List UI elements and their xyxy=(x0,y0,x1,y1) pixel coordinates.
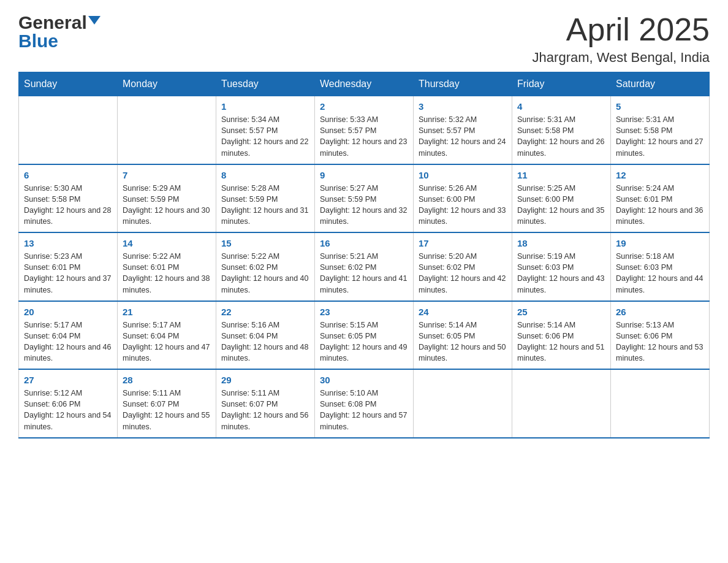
day-info: Sunrise: 5:26 AMSunset: 6:00 PMDaylight:… xyxy=(419,183,507,228)
day-number: 14 xyxy=(123,238,211,248)
day-number: 1 xyxy=(221,101,309,112)
title-area: April 2025 Jhargram, West Bengal, India xyxy=(533,12,710,66)
day-number: 24 xyxy=(419,307,507,317)
calendar-week-row: 1Sunrise: 5:34 AMSunset: 5:57 PMDaylight… xyxy=(19,96,710,164)
day-number: 20 xyxy=(24,307,112,317)
day-info: Sunrise: 5:29 AMSunset: 5:59 PMDaylight:… xyxy=(123,183,211,228)
day-number: 2 xyxy=(320,101,408,112)
calendar-week-row: 6Sunrise: 5:30 AMSunset: 5:58 PMDaylight… xyxy=(19,164,710,233)
calendar-cell: 16Sunrise: 5:21 AMSunset: 6:02 PMDayligh… xyxy=(315,232,414,301)
day-number: 9 xyxy=(320,170,408,180)
calendar-cell: 20Sunrise: 5:17 AMSunset: 6:04 PMDayligh… xyxy=(19,301,118,370)
calendar-cell: 19Sunrise: 5:18 AMSunset: 6:03 PMDayligh… xyxy=(611,232,710,301)
weekday-header-monday: Monday xyxy=(118,72,216,96)
day-info: Sunrise: 5:23 AMSunset: 6:01 PMDaylight:… xyxy=(24,251,112,296)
weekday-header-sunday: Sunday xyxy=(19,72,118,96)
calendar-cell: 8Sunrise: 5:28 AMSunset: 5:59 PMDaylight… xyxy=(216,164,315,233)
day-info: Sunrise: 5:31 AMSunset: 5:58 PMDaylight:… xyxy=(517,114,605,159)
calendar-cell: 9Sunrise: 5:27 AMSunset: 5:59 PMDaylight… xyxy=(315,164,414,233)
day-number: 19 xyxy=(616,238,704,248)
weekday-header-row: SundayMondayTuesdayWednesdayThursdayFrid… xyxy=(19,72,710,96)
day-number: 30 xyxy=(320,375,408,385)
logo-blue-text: Blue xyxy=(18,31,58,52)
day-number: 27 xyxy=(24,375,112,385)
day-info: Sunrise: 5:33 AMSunset: 5:57 PMDaylight:… xyxy=(320,114,408,159)
calendar-cell: 7Sunrise: 5:29 AMSunset: 5:59 PMDaylight… xyxy=(118,164,216,233)
calendar-cell: 25Sunrise: 5:14 AMSunset: 6:06 PMDayligh… xyxy=(512,301,611,370)
day-info: Sunrise: 5:12 AMSunset: 6:06 PMDaylight:… xyxy=(24,388,112,432)
day-number: 6 xyxy=(24,170,112,180)
day-number: 17 xyxy=(419,238,507,248)
day-info: Sunrise: 5:28 AMSunset: 5:59 PMDaylight:… xyxy=(221,183,309,228)
calendar-cell: 10Sunrise: 5:26 AMSunset: 6:00 PMDayligh… xyxy=(414,164,512,233)
day-number: 28 xyxy=(123,375,211,385)
day-number: 13 xyxy=(24,238,112,248)
day-info: Sunrise: 5:17 AMSunset: 6:04 PMDaylight:… xyxy=(24,320,112,364)
day-number: 23 xyxy=(320,307,408,317)
calendar-week-row: 20Sunrise: 5:17 AMSunset: 6:04 PMDayligh… xyxy=(19,301,710,370)
calendar-cell: 5Sunrise: 5:31 AMSunset: 5:58 PMDaylight… xyxy=(611,96,710,164)
day-info: Sunrise: 5:13 AMSunset: 6:06 PMDaylight:… xyxy=(616,320,704,364)
calendar-cell: 27Sunrise: 5:12 AMSunset: 6:06 PMDayligh… xyxy=(19,369,118,438)
day-number: 18 xyxy=(517,238,605,248)
calendar-cell: 23Sunrise: 5:15 AMSunset: 6:05 PMDayligh… xyxy=(315,301,414,370)
day-info: Sunrise: 5:34 AMSunset: 5:57 PMDaylight:… xyxy=(221,114,309,159)
page-header: General Blue April 2025 Jhargram, West B… xyxy=(18,12,710,66)
month-title: April 2025 xyxy=(533,12,710,47)
calendar-cell: 1Sunrise: 5:34 AMSunset: 5:57 PMDaylight… xyxy=(216,96,315,164)
day-number: 8 xyxy=(221,170,309,180)
day-info: Sunrise: 5:32 AMSunset: 5:57 PMDaylight:… xyxy=(419,114,507,159)
calendar-cell: 15Sunrise: 5:22 AMSunset: 6:02 PMDayligh… xyxy=(216,232,315,301)
weekday-header-wednesday: Wednesday xyxy=(315,72,414,96)
calendar-cell xyxy=(512,369,611,438)
day-info: Sunrise: 5:24 AMSunset: 6:01 PMDaylight:… xyxy=(616,183,704,228)
day-number: 26 xyxy=(616,307,704,317)
day-info: Sunrise: 5:25 AMSunset: 6:00 PMDaylight:… xyxy=(517,183,605,228)
day-info: Sunrise: 5:20 AMSunset: 6:02 PMDaylight:… xyxy=(419,251,507,296)
calendar-cell: 30Sunrise: 5:10 AMSunset: 6:08 PMDayligh… xyxy=(315,369,414,438)
day-number: 7 xyxy=(123,170,211,180)
day-info: Sunrise: 5:14 AMSunset: 6:06 PMDaylight:… xyxy=(517,320,605,364)
day-number: 11 xyxy=(517,170,605,180)
weekday-header-saturday: Saturday xyxy=(611,72,710,96)
calendar-cell: 18Sunrise: 5:19 AMSunset: 6:03 PMDayligh… xyxy=(512,232,611,301)
calendar-cell: 11Sunrise: 5:25 AMSunset: 6:00 PMDayligh… xyxy=(512,164,611,233)
day-number: 25 xyxy=(517,307,605,317)
day-number: 29 xyxy=(221,375,309,385)
weekday-header-thursday: Thursday xyxy=(414,72,512,96)
calendar-cell xyxy=(414,369,512,438)
day-info: Sunrise: 5:10 AMSunset: 6:08 PMDaylight:… xyxy=(320,388,408,432)
weekday-header-friday: Friday xyxy=(512,72,611,96)
day-info: Sunrise: 5:30 AMSunset: 5:58 PMDaylight:… xyxy=(24,183,112,228)
day-info: Sunrise: 5:22 AMSunset: 6:02 PMDaylight:… xyxy=(221,251,309,296)
calendar-cell xyxy=(118,96,216,164)
day-info: Sunrise: 5:18 AMSunset: 6:03 PMDaylight:… xyxy=(616,251,704,296)
day-info: Sunrise: 5:16 AMSunset: 6:04 PMDaylight:… xyxy=(221,320,309,364)
calendar-cell xyxy=(611,369,710,438)
logo-triangle-icon xyxy=(88,16,100,25)
calendar-cell: 22Sunrise: 5:16 AMSunset: 6:04 PMDayligh… xyxy=(216,301,315,370)
day-info: Sunrise: 5:19 AMSunset: 6:03 PMDaylight:… xyxy=(517,251,605,296)
calendar-cell: 12Sunrise: 5:24 AMSunset: 6:01 PMDayligh… xyxy=(611,164,710,233)
day-info: Sunrise: 5:15 AMSunset: 6:05 PMDaylight:… xyxy=(320,320,408,364)
calendar-cell: 13Sunrise: 5:23 AMSunset: 6:01 PMDayligh… xyxy=(19,232,118,301)
day-info: Sunrise: 5:27 AMSunset: 5:59 PMDaylight:… xyxy=(320,183,408,228)
day-number: 16 xyxy=(320,238,408,248)
day-info: Sunrise: 5:31 AMSunset: 5:58 PMDaylight:… xyxy=(616,114,704,159)
day-number: 3 xyxy=(419,101,507,112)
day-info: Sunrise: 5:11 AMSunset: 6:07 PMDaylight:… xyxy=(123,388,211,432)
location-title: Jhargram, West Bengal, India xyxy=(533,50,710,66)
day-number: 21 xyxy=(123,307,211,317)
calendar-cell: 2Sunrise: 5:33 AMSunset: 5:57 PMDaylight… xyxy=(315,96,414,164)
calendar-week-row: 13Sunrise: 5:23 AMSunset: 6:01 PMDayligh… xyxy=(19,232,710,301)
calendar-cell: 14Sunrise: 5:22 AMSunset: 6:01 PMDayligh… xyxy=(118,232,216,301)
day-info: Sunrise: 5:11 AMSunset: 6:07 PMDaylight:… xyxy=(221,388,309,432)
calendar-cell: 4Sunrise: 5:31 AMSunset: 5:58 PMDaylight… xyxy=(512,96,611,164)
calendar-cell: 29Sunrise: 5:11 AMSunset: 6:07 PMDayligh… xyxy=(216,369,315,438)
calendar-week-row: 27Sunrise: 5:12 AMSunset: 6:06 PMDayligh… xyxy=(19,369,710,438)
calendar-cell: 21Sunrise: 5:17 AMSunset: 6:04 PMDayligh… xyxy=(118,301,216,370)
calendar-table: SundayMondayTuesdayWednesdayThursdayFrid… xyxy=(18,72,710,439)
calendar-cell: 6Sunrise: 5:30 AMSunset: 5:58 PMDaylight… xyxy=(19,164,118,233)
logo: General Blue xyxy=(18,12,100,52)
day-number: 4 xyxy=(517,101,605,112)
